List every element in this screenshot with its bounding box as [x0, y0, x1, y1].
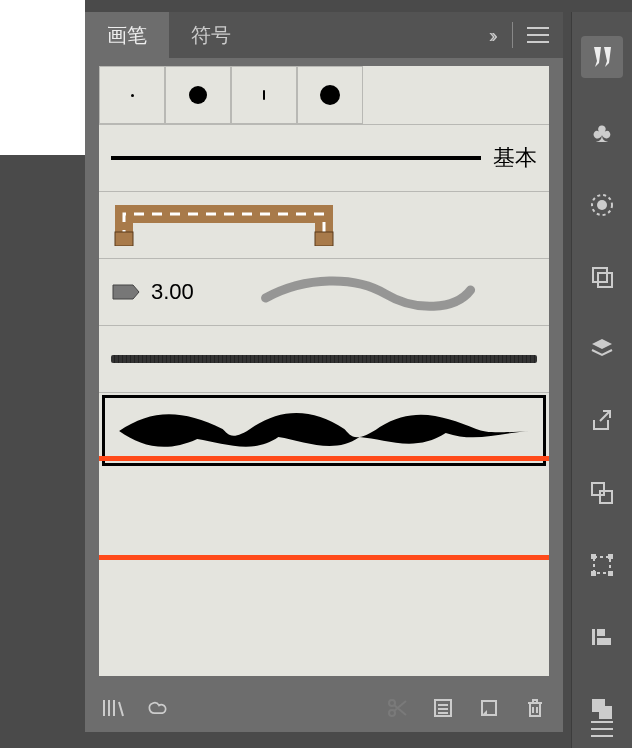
creative-cloud-icon[interactable] [147, 696, 171, 720]
export-icon[interactable] [585, 404, 619, 438]
brush-basic[interactable]: 基本 [99, 124, 549, 191]
svg-point-6 [597, 200, 607, 210]
preset-dot-4[interactable] [297, 66, 363, 124]
calligraphic-size-value: 3.00 [151, 279, 194, 305]
charcoal-preview [111, 355, 537, 363]
divider [512, 22, 513, 48]
options-icon[interactable] [431, 696, 455, 720]
svg-rect-15 [608, 571, 613, 576]
svg-rect-18 [597, 638, 611, 645]
scissors-icon[interactable] [385, 696, 409, 720]
basic-label: 基本 [493, 143, 537, 173]
preset-dot-3[interactable] [231, 66, 297, 124]
preset-dot-1[interactable] [99, 66, 165, 124]
svg-rect-17 [597, 629, 605, 636]
calligraphic-wave-preview [194, 272, 537, 312]
calligraphic-presets-row [99, 66, 549, 124]
brush-calligraphic[interactable]: 3.00 [99, 258, 549, 325]
tab-brushes[interactable]: 画笔 [85, 12, 169, 58]
artboards-icon[interactable] [585, 476, 619, 510]
document-canvas [0, 0, 85, 155]
symbols-icon[interactable]: ♣ [585, 116, 619, 150]
svg-rect-1 [315, 232, 333, 246]
pattern-border-preview [107, 204, 541, 246]
svg-rect-14 [591, 571, 596, 576]
collapse-icon[interactable]: ›› [479, 24, 504, 47]
svg-rect-10 [600, 491, 612, 503]
brushes-panel: 画笔 符号 ›› 基本 [85, 12, 563, 732]
svg-rect-16 [592, 629, 595, 645]
panel-footer [85, 684, 563, 732]
svg-rect-12 [591, 554, 596, 559]
align-icon[interactable] [585, 620, 619, 654]
brush-charcoal[interactable] [99, 325, 549, 392]
svg-rect-0 [115, 232, 133, 246]
tutorial-highlight [99, 456, 549, 560]
transform-icon[interactable] [585, 548, 619, 582]
basic-stroke-preview [111, 156, 481, 160]
panel-body: 基本 3.00 [85, 58, 563, 732]
library-icon[interactable] [101, 696, 125, 720]
svg-rect-8 [598, 273, 612, 287]
brushes-icon[interactable] [581, 36, 623, 78]
graphic-styles-icon[interactable] [585, 260, 619, 294]
brush-pattern-border[interactable] [99, 191, 549, 258]
panel-tabs: 画笔 符号 ›› [85, 12, 563, 58]
preset-dot-2[interactable] [165, 66, 231, 124]
svg-rect-11 [594, 557, 610, 573]
svg-rect-9 [592, 483, 604, 495]
layers-icon[interactable] [585, 332, 619, 366]
trash-icon[interactable] [523, 696, 547, 720]
panel-menu-icon[interactable] [521, 18, 555, 52]
svg-rect-13 [608, 554, 613, 559]
art-brush-preview [111, 403, 537, 459]
tab-symbols[interactable]: 符号 [169, 12, 253, 58]
brush-art-selected[interactable] [99, 392, 549, 469]
svg-rect-7 [593, 268, 607, 282]
brush-list: 基本 3.00 [99, 66, 549, 676]
pen-tip-icon [111, 281, 141, 303]
appearance-icon[interactable] [585, 188, 619, 222]
sidebar-menu-icon[interactable] [585, 712, 619, 746]
right-toolbar: ♣ [571, 12, 632, 748]
new-brush-icon[interactable] [477, 696, 501, 720]
